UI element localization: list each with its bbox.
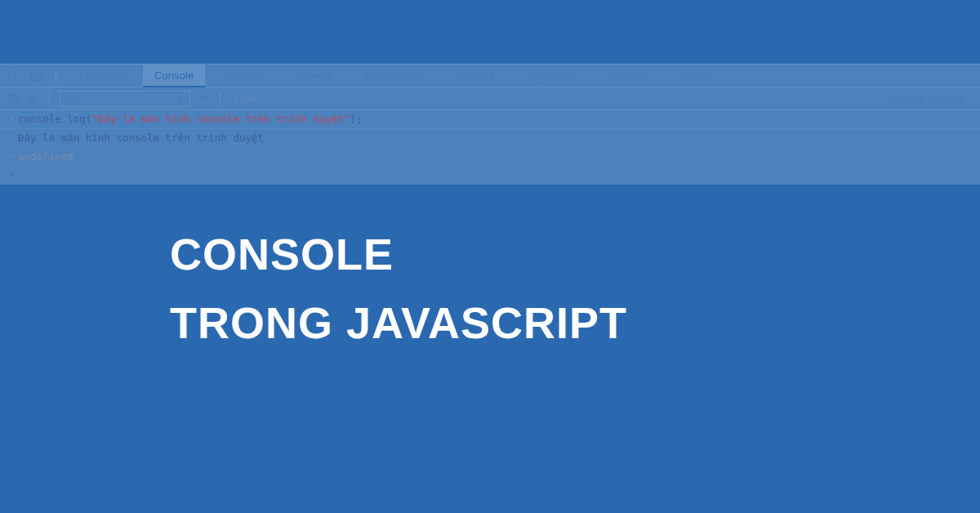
tab-audits[interactable]: Audits — [666, 65, 719, 87]
tab-security[interactable]: Security — [597, 65, 658, 87]
tab-console[interactable]: Console — [143, 65, 205, 87]
tab-network[interactable]: Network — [283, 65, 345, 87]
clear-console-icon[interactable] — [26, 92, 39, 105]
tab-performance[interactable]: Performance — [353, 65, 436, 87]
console-output: › console.log("Đây là màn hình console t… — [0, 110, 980, 185]
prompt-chevron-icon: › — [7, 167, 18, 184]
console-input-row: › console.log("Đây là màn hình console t… — [0, 110, 980, 129]
window-titlebar-area — [0, 0, 980, 64]
console-sidebar-toggle-icon[interactable] — [7, 92, 20, 105]
console-filterbar: top ▼ Default levels ▼ — [0, 87, 980, 110]
svg-point-5 — [202, 97, 205, 100]
context-label: top — [65, 92, 80, 105]
title-line-2: TRONG JAVASCRIPT — [170, 289, 627, 358]
separator — [56, 69, 56, 83]
console-return-value: undefined — [18, 149, 973, 165]
console-input-code: console.log("Đây là màn hình console trê… — [18, 111, 973, 127]
input-chevron-icon: › — [7, 111, 18, 127]
devtools-tabbar: Elements Console Sources Network Perform… — [0, 65, 980, 87]
tab-elements[interactable]: Elements — [68, 65, 135, 87]
chevron-down-icon: ▼ — [958, 95, 965, 103]
tab-memory[interactable]: Memory — [445, 65, 506, 87]
chevron-down-icon: ▼ — [177, 95, 185, 103]
inspect-element-icon[interactable] — [7, 69, 21, 83]
console-log-row: Đây là màn hình console trên trình duyệt — [0, 129, 980, 148]
svg-rect-1 — [32, 71, 38, 80]
separator — [220, 91, 220, 106]
log-levels-dropdown[interactable]: Default levels ▼ — [891, 92, 973, 105]
return-arrow-icon: ‹· — [7, 149, 18, 165]
log-levels-label: Default levels — [891, 92, 955, 105]
devtools-panel: Elements Console Sources Network Perform… — [0, 64, 980, 185]
separator — [49, 91, 50, 106]
live-expression-icon[interactable] — [197, 92, 210, 105]
tab-application[interactable]: Application — [514, 65, 590, 87]
title-line-1: CONSOLE — [170, 221, 627, 289]
tab-sources[interactable]: Sources — [213, 65, 275, 87]
filter-input[interactable] — [230, 91, 884, 107]
slide-title: CONSOLE TRONG JAVASCRIPT — [170, 221, 627, 357]
context-dropdown[interactable]: top ▼ — [60, 91, 190, 107]
device-toolbar-icon[interactable] — [29, 69, 44, 83]
console-return-row: ‹· undefined — [0, 148, 980, 167]
console-prompt-row[interactable]: › — [0, 167, 980, 185]
console-log-text: Đây là màn hình console trên trình duyệt — [18, 130, 973, 146]
